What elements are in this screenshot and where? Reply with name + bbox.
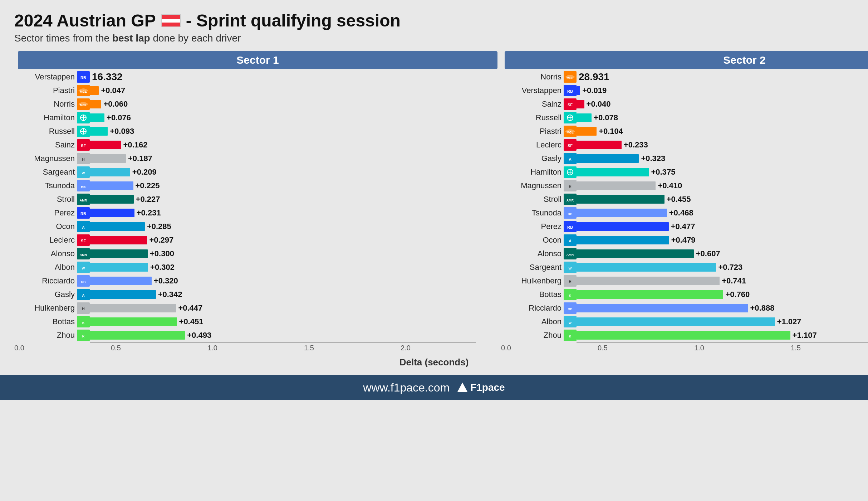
f1pace-logo: F1pace xyxy=(457,382,505,393)
delta-label: +0.451 xyxy=(179,317,203,326)
team-logo xyxy=(77,112,90,123)
bar-area: +0.888 xyxy=(577,303,868,313)
delta-label: +0.468 xyxy=(669,208,693,218)
delta-bar xyxy=(90,317,177,326)
delta-bar xyxy=(577,290,723,299)
bar-area: +0.741 xyxy=(577,276,868,286)
table-row: BottasK+0.451 xyxy=(18,315,497,328)
team-logo: H xyxy=(564,180,577,191)
x-tick: 0.0 xyxy=(14,344,24,352)
table-row: HulkenbergH+0.447 xyxy=(18,302,497,315)
team-logo: RB xyxy=(77,275,90,287)
driver-name: Sargeant xyxy=(18,167,77,177)
driver-name: Ricciardo xyxy=(505,303,564,313)
delta-bar xyxy=(577,222,669,231)
bar-area: +0.323 xyxy=(577,154,868,164)
team-logo: K xyxy=(77,330,90,341)
sector-header-1: Sector 1 xyxy=(18,51,497,69)
svg-text:K: K xyxy=(569,294,572,297)
svg-text:SF: SF xyxy=(568,103,573,107)
bar-area: +0.162 xyxy=(90,140,497,150)
team-logo: H xyxy=(77,153,90,164)
delta-bar xyxy=(90,222,145,231)
bar-area: +0.104 xyxy=(577,126,868,136)
svg-text:W: W xyxy=(569,267,572,270)
bar-area: +0.477 xyxy=(577,222,868,232)
team-logo: AMR xyxy=(77,194,90,205)
delta-label: +0.723 xyxy=(718,263,742,272)
svg-text:AMR: AMR xyxy=(80,199,87,202)
title-suffix: - Sprint qualifying session xyxy=(186,11,401,30)
team-logo: W xyxy=(77,262,90,273)
bar-area: +0.493 xyxy=(90,330,497,340)
team-logo: A xyxy=(77,221,90,232)
x-axis-ticks: 0.00.51.01.52.0 xyxy=(18,344,497,355)
delta-label: +0.076 xyxy=(107,113,131,122)
delta-bar xyxy=(90,86,99,95)
driver-name: Hulkenberg xyxy=(18,303,77,313)
driver-name: Bottas xyxy=(18,317,77,326)
delta-label: +0.019 xyxy=(582,86,607,95)
team-logo: RB xyxy=(564,207,577,219)
x-tick: 1.5 xyxy=(791,344,801,352)
sector-block-2: Sector 2NorrisMCL28.931VerstappenRB+0.01… xyxy=(501,51,868,355)
driver-name: Norris xyxy=(18,99,77,109)
svg-text:RB: RB xyxy=(81,280,86,284)
team-logo: RB xyxy=(564,85,577,96)
delta-label: +1.107 xyxy=(793,331,817,340)
delta-bar xyxy=(577,168,649,176)
delta-label: +0.187 xyxy=(128,154,152,163)
fastest-time-label: 16.332 xyxy=(92,71,123,83)
bar-area: +1.107 xyxy=(577,330,868,340)
charts-row: Sector 1VerstappenRB16.332PiastriMCL+0.0… xyxy=(14,51,854,355)
delta-label: +0.607 xyxy=(696,249,720,258)
delta-label: +0.047 xyxy=(101,86,125,95)
delta-label: +0.285 xyxy=(147,222,171,231)
driver-name: Albon xyxy=(505,317,564,326)
x-tick: 0.5 xyxy=(111,344,121,352)
delta-bar xyxy=(90,141,121,149)
team-logo: RB xyxy=(564,302,577,314)
delta-bar xyxy=(577,304,748,312)
driver-name: Verstappen xyxy=(505,86,564,95)
delta-bar xyxy=(577,113,592,122)
table-row: NorrisMCL+0.060 xyxy=(18,98,497,111)
footer: www.f1pace.com F1pace xyxy=(0,375,868,400)
table-row: MagnussenH+0.410 xyxy=(505,179,868,192)
delta-bar xyxy=(90,209,134,217)
driver-name: Gasly xyxy=(505,154,564,163)
table-row: MagnussenH+0.187 xyxy=(18,152,497,165)
driver-name: Zhou xyxy=(18,331,77,340)
driver-name: Stroll xyxy=(18,195,77,204)
bar-area: +0.231 xyxy=(90,208,497,218)
team-logo: H xyxy=(77,302,90,314)
bar-area: +0.451 xyxy=(90,317,497,327)
table-row: ZhouK+1.107 xyxy=(505,329,868,342)
team-logo: MCL xyxy=(77,85,90,96)
table-row: PerezRB+0.231 xyxy=(18,206,497,219)
driver-name: Alonso xyxy=(505,249,564,258)
bar-area: +0.187 xyxy=(90,154,497,164)
svg-text:RB: RB xyxy=(81,185,86,189)
delta-bar xyxy=(577,195,665,204)
driver-name: Ocon xyxy=(505,235,564,245)
x-tick: 1.0 xyxy=(207,344,217,352)
driver-name: Zhou xyxy=(505,331,564,340)
delta-bar xyxy=(90,100,101,108)
delta-bar xyxy=(577,100,584,108)
driver-name: Leclerc xyxy=(505,140,564,150)
svg-text:K: K xyxy=(82,335,85,338)
team-logo: MCL xyxy=(77,98,90,110)
subtitle: Sector times from the best lap done by e… xyxy=(14,33,854,44)
table-row: StrollAMR+0.227 xyxy=(18,193,497,206)
team-logo: MCL xyxy=(564,71,577,83)
bar-area: +0.342 xyxy=(90,290,497,300)
svg-text:AMR: AMR xyxy=(567,199,574,202)
team-logo: H xyxy=(564,275,577,287)
svg-text:H: H xyxy=(569,185,571,189)
team-logo: W xyxy=(564,316,577,327)
svg-text:A: A xyxy=(569,239,571,243)
delta-label: +0.479 xyxy=(671,235,696,245)
team-logo: RB xyxy=(77,180,90,191)
team-logo xyxy=(564,112,577,123)
